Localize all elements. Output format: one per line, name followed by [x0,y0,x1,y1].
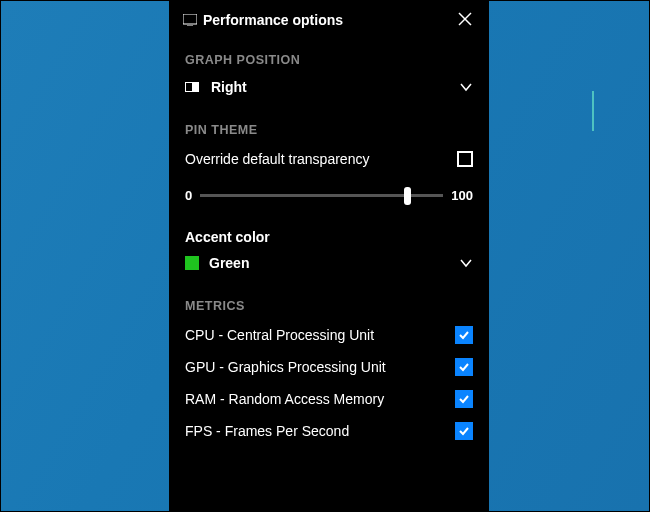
metric-label: GPU - Graphics Processing Unit [185,359,455,375]
transparency-slider[interactable] [200,185,443,205]
slider-min-label: 0 [185,188,192,203]
desktop-artifact [592,91,594,131]
graph-position-dropdown[interactable]: Right [169,73,489,101]
metric-row: GPU - Graphics Processing Unit [169,351,489,383]
metric-row: RAM - Random Access Memory [169,383,489,415]
metric-checkbox[interactable] [455,326,473,344]
chevron-down-icon [459,256,473,270]
slider-thumb[interactable] [404,187,411,205]
metric-row: CPU - Central Processing Unit [169,319,489,351]
metric-label: CPU - Central Processing Unit [185,327,455,343]
svg-rect-0 [183,14,197,24]
slider-max-label: 100 [451,188,473,203]
metric-checkbox[interactable] [455,422,473,440]
panel-title: Performance options [203,12,457,28]
desktop-background: Performance options GRAPH POSITION Right… [0,0,650,512]
metric-checkbox[interactable] [455,390,473,408]
graph-position-value: Right [211,79,459,95]
override-transparency-row: Override default transparency [169,143,489,175]
metric-label: RAM - Random Access Memory [185,391,455,407]
accent-color-dropdown[interactable]: Green [169,249,489,277]
accent-color-label: Accent color [169,211,489,249]
metric-label: FPS - Frames Per Second [185,423,455,439]
override-transparency-checkbox[interactable] [457,151,473,167]
transparency-slider-row: 0 100 [169,175,489,211]
panel-header: Performance options [169,11,489,43]
graph-position-icon [185,81,201,93]
metric-checkbox[interactable] [455,358,473,376]
pin-theme-section-label: PIN THEME [169,101,489,143]
metrics-section-label: METRICS [169,277,489,319]
accent-color-swatch [185,256,199,270]
override-transparency-label: Override default transparency [185,151,457,167]
metric-row: FPS - Frames Per Second [169,415,489,447]
chevron-down-icon [459,80,473,94]
performance-options-panel: Performance options GRAPH POSITION Right… [169,1,489,512]
accent-color-value: Green [209,255,459,271]
close-button[interactable] [457,11,475,29]
performance-icon [183,14,197,26]
graph-position-section-label: GRAPH POSITION [169,43,489,73]
